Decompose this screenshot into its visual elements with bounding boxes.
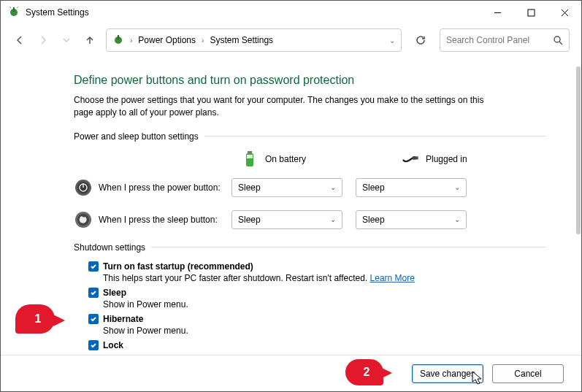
search-input[interactable]: Search Control Panel bbox=[440, 28, 570, 52]
save-changes-button[interactable]: Save changes bbox=[412, 364, 483, 383]
power-button-label: When I press the power button: bbox=[93, 182, 231, 193]
window-title: System Settings bbox=[26, 7, 89, 18]
divider bbox=[204, 136, 546, 137]
back-button[interactable] bbox=[12, 33, 27, 47]
fast-startup-checkbox[interactable] bbox=[88, 261, 99, 272]
power-button-plugged-select[interactable]: Sleep ⌄ bbox=[356, 178, 467, 197]
breadcrumb-level1[interactable]: Power Options bbox=[138, 35, 196, 45]
chevron-right-icon: › bbox=[202, 36, 204, 45]
fast-startup-desc: This helps start your PC faster after sh… bbox=[88, 273, 546, 283]
navbar: › Power Options › System Settings ⌄ Sear… bbox=[1, 24, 581, 56]
sleep-button-label: When I press the sleep button: bbox=[93, 215, 231, 225]
svg-rect-3 bbox=[528, 9, 535, 16]
sleep-checkbox[interactable] bbox=[88, 288, 99, 298]
sleep-button-row: When I press the sleep button: Sleep ⌄ S… bbox=[74, 210, 546, 229]
shutdown-group-header: Shutdown settings bbox=[74, 242, 546, 253]
recent-locations-chevron[interactable] bbox=[59, 33, 74, 47]
power-button-row: When I press the power button: Sleep ⌄ S… bbox=[74, 178, 546, 197]
footer: Save changes Cancel bbox=[1, 355, 581, 391]
on-battery-header: On battery bbox=[242, 150, 351, 168]
plug-icon bbox=[402, 150, 418, 168]
fast-startup-label: Turn on fast startup (recommended) bbox=[103, 261, 253, 272]
hibernate-checkbox[interactable] bbox=[88, 314, 99, 324]
page-heading: Define power buttons and turn on passwor… bbox=[74, 74, 546, 87]
chevron-down-icon: ⌄ bbox=[454, 183, 460, 191]
power-sleep-group-header: Power and sleep button settings bbox=[74, 131, 546, 142]
cancel-button[interactable]: Cancel bbox=[492, 364, 564, 383]
svg-rect-1 bbox=[13, 7, 15, 12]
divider bbox=[151, 247, 546, 247]
annotation-callout-1: 1 bbox=[15, 304, 55, 334]
scrollbar-thumb[interactable] bbox=[576, 66, 581, 234]
titlebar: System Settings bbox=[1, 1, 581, 24]
chevron-down-icon: ⌄ bbox=[330, 183, 336, 191]
power-sleep-label: Power and sleep button settings bbox=[74, 131, 199, 142]
svg-rect-13 bbox=[413, 156, 416, 160]
svg-rect-11 bbox=[248, 151, 252, 153]
breadcrumb-level2[interactable]: System Settings bbox=[210, 35, 273, 45]
plugged-in-header: Plugged in bbox=[402, 150, 512, 168]
search-icon bbox=[553, 35, 563, 45]
content-area: Define power buttons and turn on passwor… bbox=[1, 59, 575, 391]
lock-checkbox[interactable] bbox=[88, 340, 99, 350]
hibernate-desc: Show in Power menu. bbox=[88, 326, 546, 336]
breadcrumb[interactable]: › Power Options › System Settings ⌄ bbox=[106, 28, 402, 52]
sleep-desc: Show in Power menu. bbox=[88, 299, 546, 310]
column-headers: On battery Plugged in bbox=[74, 150, 546, 168]
hibernate-item: Hibernate Show in Power menu. bbox=[88, 314, 546, 336]
svg-point-8 bbox=[554, 36, 560, 42]
window: System Settings › Power Options › System… bbox=[0, 0, 582, 392]
page-description: Choose the power settings that you want … bbox=[74, 94, 497, 120]
window-buttons bbox=[480, 1, 581, 24]
sleep-button-plugged-select[interactable]: Sleep ⌄ bbox=[356, 210, 467, 229]
sleep-button-battery-select[interactable]: Sleep ⌄ bbox=[231, 210, 342, 229]
power-button-icon bbox=[74, 178, 93, 197]
lock-item: Lock bbox=[88, 340, 546, 350]
close-button[interactable] bbox=[548, 1, 581, 24]
power-button-battery-select[interactable]: Sleep ⌄ bbox=[231, 178, 342, 197]
sleep-item: Sleep Show in Power menu. bbox=[88, 288, 546, 310]
chevron-right-icon: › bbox=[130, 36, 132, 45]
chevron-down-icon: ⌄ bbox=[330, 215, 336, 223]
svg-rect-12 bbox=[247, 155, 253, 158]
forward-button[interactable] bbox=[36, 33, 50, 47]
chevron-down-icon: ⌄ bbox=[454, 215, 460, 223]
learn-more-link[interactable]: Learn More bbox=[370, 273, 415, 283]
sleep-label: Sleep bbox=[103, 288, 126, 298]
svg-line-9 bbox=[559, 42, 562, 45]
lock-label: Lock bbox=[103, 340, 123, 350]
fast-startup-item: Turn on fast startup (recommended) This … bbox=[88, 261, 546, 283]
minimize-button[interactable] bbox=[480, 1, 514, 24]
hibernate-label: Hibernate bbox=[103, 314, 143, 324]
svg-rect-7 bbox=[118, 35, 119, 39]
chevron-down-icon[interactable]: ⌄ bbox=[389, 36, 395, 45]
shutdown-items: Turn on fast startup (recommended) This … bbox=[74, 261, 546, 350]
up-button[interactable] bbox=[83, 33, 97, 47]
battery-icon bbox=[242, 150, 258, 168]
search-placeholder: Search Control Panel bbox=[446, 35, 553, 45]
breadcrumb-icon bbox=[112, 34, 124, 47]
shutdown-label: Shutdown settings bbox=[74, 242, 145, 253]
sleep-button-icon bbox=[74, 210, 93, 229]
power-options-icon bbox=[8, 6, 20, 20]
maximize-button[interactable] bbox=[514, 1, 548, 24]
refresh-button[interactable] bbox=[410, 30, 431, 50]
annotation-callout-2: 2 bbox=[345, 359, 383, 385]
